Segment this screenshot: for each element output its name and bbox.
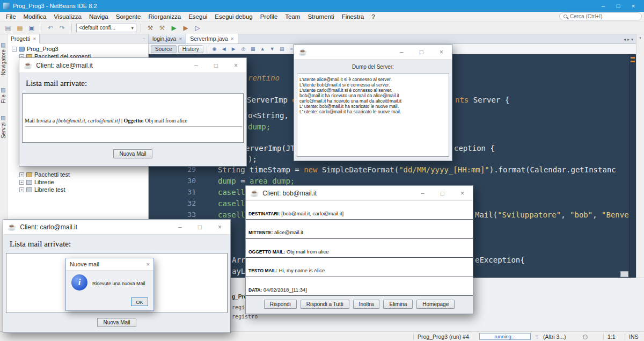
inoltra-button[interactable]: Inoltra: [353, 300, 380, 309]
side-tab-file[interactable]: File: [1, 88, 6, 103]
clean-build-project-icon[interactable]: ⚒: [157, 23, 167, 33]
minimize-icon[interactable]: [178, 223, 182, 231]
ok-button[interactable]: OK: [131, 298, 148, 306]
tab-scroll-arrows[interactable]: ◂ ▸ ▾: [624, 37, 636, 43]
menu-modifica[interactable]: Modifica: [20, 13, 50, 20]
maximize-icon[interactable]: [441, 190, 444, 197]
previous-bookmark-icon[interactable]: ▲: [259, 45, 267, 53]
close-icon[interactable]: [626, 3, 641, 9]
close-icon[interactable]: [179, 35, 182, 42]
debug-project-icon[interactable]: ▶: [181, 23, 191, 33]
nuova-mail-button[interactable]: Nuova Mail: [97, 318, 136, 327]
highlight-icon[interactable]: ▦: [249, 45, 257, 53]
next-bookmark-icon[interactable]: ▼: [268, 45, 276, 53]
insert-mode-indicator[interactable]: INS: [629, 333, 639, 340]
find-selection-icon[interactable]: ◎: [239, 45, 247, 53]
close-icon[interactable]: [234, 62, 238, 69]
tree-item-prog-prog3[interactable]: Prog_Prog3: [12, 45, 58, 53]
menu-sorgente[interactable]: Sorgente: [112, 13, 145, 20]
warning-mark-icon[interactable]: [631, 57, 635, 59]
menu-profile[interactable]: Profile: [257, 13, 282, 20]
menu-naviga[interactable]: Naviga: [85, 13, 112, 20]
back-icon[interactable]: ◀: [220, 45, 228, 53]
close-icon[interactable]: [440, 48, 443, 56]
close-icon[interactable]: [33, 35, 36, 42]
alice-titlebar[interactable]: Client: alice@mail.it: [19, 58, 246, 73]
close-icon[interactable]: [147, 261, 150, 267]
code-fragment: erverImp(JTe: [245, 143, 299, 153]
tree-item-librerie-test[interactable]: Librerie test: [19, 186, 65, 193]
progress-bar[interactable]: running...: [479, 333, 531, 340]
maximize-icon[interactable]: [611, 3, 626, 9]
menu-item[interactable]: ?: [368, 13, 378, 20]
warning-mark-icon[interactable]: [631, 61, 635, 62]
last-edit-icon[interactable]: ◉: [210, 45, 218, 53]
alice-mail-list[interactable]: Mail Inviata a [bob@mail.it, carlo@mail.…: [22, 93, 244, 143]
menu-riorganizza[interactable]: Riorganizza: [144, 13, 185, 20]
homepage-button[interactable]: Homepage: [416, 300, 455, 309]
editor-tab-login-java[interactable]: login.java: [149, 34, 186, 43]
maximize-icon[interactable]: [420, 48, 423, 56]
quick-search[interactable]: [559, 12, 642, 20]
profile-project-icon[interactable]: ▷: [193, 23, 202, 33]
toggle-bookmark-icon[interactable]: ▤: [278, 45, 286, 53]
expand-icon[interactable]: [19, 187, 24, 192]
history-view-button[interactable]: History: [178, 45, 203, 53]
status-others[interactable]: (Altri 3...): [543, 333, 566, 340]
open-project-icon[interactable]: ▦: [15, 23, 25, 33]
redo-icon[interactable]: ↷: [57, 23, 67, 33]
minimize-icon[interactable]: [596, 3, 611, 9]
minimize-icon[interactable]: [421, 190, 425, 197]
menu-team[interactable]: Team: [281, 13, 304, 20]
collapse-icon[interactable]: [12, 47, 17, 52]
process-list-icon[interactable]: ≡: [535, 333, 538, 340]
rispondi-a-tutti-button[interactable]: Rispondi a Tutti: [301, 300, 349, 309]
maximize-icon[interactable]: [214, 62, 218, 69]
run-project-icon[interactable]: ▶: [169, 23, 179, 33]
dialog-titlebar[interactable]: Nuove mail: [66, 258, 153, 271]
source-view-button[interactable]: Source: [151, 45, 177, 53]
expand-icon[interactable]: [19, 180, 24, 185]
editor-tab-serverimp-java[interactable]: ServerImp.java: [186, 34, 238, 43]
bob-titlebar[interactable]: Client: bob@mail.it: [246, 186, 473, 201]
tab-progetti[interactable]: Progetti: [8, 34, 40, 43]
expand-icon[interactable]: [19, 172, 24, 177]
dump-titlebar[interactable]: [294, 45, 452, 60]
error-stripe[interactable]: [629, 54, 636, 278]
carlo-titlebar[interactable]: Client: carlo@mail.it: [3, 220, 230, 235]
config-select[interactable]: <default confi...: [76, 24, 136, 32]
tree-item-pacchetti-test[interactable]: Pacchetti test: [19, 171, 70, 178]
side-tab-servizi[interactable]: Servizi: [1, 116, 6, 139]
maximize-icon[interactable]: [198, 223, 202, 231]
menu-visualizza[interactable]: Visualizza: [50, 13, 85, 20]
editor-corner-button[interactable]: [620, 271, 628, 277]
minimize-panel-icon[interactable]: [143, 36, 145, 41]
undo-icon[interactable]: ↶: [46, 23, 55, 33]
close-icon[interactable]: [231, 35, 234, 42]
tree-item-librerie[interactable]: Librerie: [19, 178, 54, 186]
ide-titlebar[interactable]: Prog_Prog3 - NetBeans IDE 8.2: [0, 0, 644, 12]
mail-list-item[interactable]: Mail Inviata a [bob@mail.it, carlo@mail.…: [25, 118, 242, 127]
forward-icon[interactable]: ▶: [230, 45, 238, 53]
minimize-icon[interactable]: [194, 62, 198, 69]
scroll-left-icon[interactable]: ◂: [624, 37, 626, 42]
menu-file[interactable]: File: [2, 13, 20, 20]
elimina-button[interactable]: Elimina: [383, 300, 413, 309]
minimize-icon[interactable]: [400, 48, 404, 56]
menu-esegui-debug[interactable]: Esegui debug: [211, 13, 256, 20]
close-icon[interactable]: [218, 223, 222, 231]
menu-strumenti[interactable]: Strumenti: [304, 13, 338, 20]
save-all-icon[interactable]: ▣: [27, 23, 36, 33]
menu-esegui[interactable]: Esegui: [185, 13, 211, 20]
side-tab-navigatore[interactable]: Navigatore: [1, 43, 6, 75]
search-input[interactable]: [570, 13, 638, 19]
rispondi-button[interactable]: Rispondi: [264, 300, 297, 309]
tab-list-icon[interactable]: ▾: [631, 37, 633, 42]
build-project-icon[interactable]: ⚒: [145, 23, 155, 33]
nuova-mail-button[interactable]: Nuova Mail: [113, 149, 152, 158]
menu-finestra[interactable]: Finestra: [338, 13, 368, 20]
dump-text-area[interactable]: L'utente alice@mail.it si è connesso al …: [297, 74, 449, 157]
new-file-icon[interactable]: ▤: [3, 23, 13, 33]
close-icon[interactable]: [460, 190, 464, 197]
scroll-right-icon[interactable]: ▸: [627, 37, 630, 42]
